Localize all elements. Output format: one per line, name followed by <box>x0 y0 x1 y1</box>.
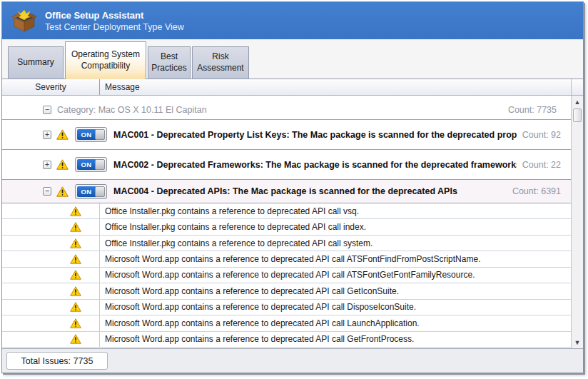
issue-row[interactable]: Office Installer.pkg contains a referenc… <box>2 236 571 251</box>
rule-row-mac004[interactable]: − ON MAC004 - Deprecated APIs: The Mac p… <box>2 180 571 203</box>
total-issues-badge: Total Issues: 7735 <box>6 352 108 370</box>
issue-row[interactable]: Microsoft Word.app contains a reference … <box>2 300 571 315</box>
rule-count: Count: 22 <box>517 160 561 170</box>
warning-icon <box>56 129 69 140</box>
app-header: Office Setup Assistant Test Center Deplo… <box>2 2 583 39</box>
warning-icon <box>70 334 81 344</box>
warning-icon <box>70 302 81 312</box>
toggle-on-label: ON <box>77 186 96 197</box>
tab-risk-assessment[interactable]: Risk Assessment <box>192 46 249 79</box>
app-subtitle: Test Center Deployment Type View <box>45 22 184 32</box>
toggle-on-label: ON <box>77 129 96 140</box>
toggle-knob <box>95 186 105 197</box>
column-header-message[interactable]: Message <box>100 79 571 95</box>
warning-icon <box>70 238 81 248</box>
rule-on-off-toggle[interactable]: ON <box>75 184 107 199</box>
tab-operating-system-compatibility[interactable]: Operating System Compatibility <box>65 41 146 79</box>
package-box-icon <box>11 8 38 34</box>
issue-message: Office Installer.pkg contains a referenc… <box>100 206 359 216</box>
tab-strip: Summary Operating System Compatibility B… <box>2 39 583 79</box>
rule-title: MAC001 - Deprecated Property List Keys: … <box>113 130 517 140</box>
category-collapse-button[interactable]: − <box>43 106 51 114</box>
scroll-up-button[interactable]: ▲ <box>572 96 583 108</box>
issue-message: Microsoft Word.app contains a reference … <box>100 254 480 264</box>
issue-message: Microsoft Word.app contains a reference … <box>100 286 399 296</box>
rule-collapse-button[interactable]: − <box>43 187 51 196</box>
issue-row[interactable]: Microsoft Word.app contains a reference … <box>2 251 571 267</box>
category-label: Category: Mac OS X 10.11 El Capitan <box>57 105 207 115</box>
category-count: Count: 7735 <box>502 105 557 115</box>
issue-row[interactable]: Office Installer.pkg contains a referenc… <box>2 203 571 219</box>
issue-row[interactable]: Office Installer.pkg contains a referenc… <box>2 219 571 235</box>
issue-message: Microsoft Word.app contains a reference … <box>100 334 414 344</box>
warning-icon <box>70 270 81 280</box>
grid-column-headers: Severity Message <box>2 79 583 96</box>
issue-message: Microsoft Word.app contains a reference … <box>100 318 420 328</box>
rule-count: Count: 6391 <box>507 186 561 196</box>
toggle-on-label: ON <box>77 159 96 170</box>
toggle-knob <box>95 129 105 140</box>
issue-message: Office Installer.pkg contains a referenc… <box>100 238 372 248</box>
status-bar: Total Issues: 7735 <box>2 348 583 373</box>
issue-message: Office Installer.pkg contains a referenc… <box>100 222 366 232</box>
issue-message: Microsoft Word.app contains a reference … <box>100 270 475 280</box>
warning-icon <box>56 159 69 170</box>
rule-title: MAC002 - Deprecated Frameworks: The Mac … <box>113 160 517 170</box>
warning-icon <box>70 222 81 232</box>
scroll-down-button[interactable]: ▼ <box>572 336 583 348</box>
category-row[interactable]: − Category: Mac OS X 10.11 El Capitan Co… <box>2 96 571 120</box>
issue-row[interactable]: Microsoft Word.app contains a reference … <box>2 283 571 299</box>
tab-summary[interactable]: Summary <box>8 46 64 79</box>
warning-icon <box>70 286 81 296</box>
warning-icon <box>70 206 81 216</box>
rule-title: MAC004 - Deprecated APIs: The Mac packag… <box>113 186 457 196</box>
issue-row[interactable]: Microsoft Word.app contains a reference … <box>2 268 571 283</box>
warning-icon <box>70 318 81 328</box>
scrollbar-track[interactable] <box>572 123 583 336</box>
issue-message: Microsoft Word.app contains a reference … <box>100 302 416 312</box>
results-grid: − Category: Mac OS X 10.11 El Capitan Co… <box>2 96 583 348</box>
rule-row-mac002[interactable]: + ON MAC002 - Deprecated Frameworks: The… <box>2 150 571 180</box>
rule-row-mac001[interactable]: + ON MAC001 - Deprecated Property List K… <box>2 120 571 150</box>
rule-on-off-toggle[interactable]: ON <box>75 127 107 142</box>
vertical-scrollbar[interactable]: ▲ ▼ <box>571 96 583 348</box>
issue-row[interactable]: Microsoft Word.app contains a reference … <box>2 332 571 348</box>
rule-on-off-toggle[interactable]: ON <box>75 157 107 172</box>
issue-row[interactable]: Microsoft Word.app contains a reference … <box>2 315 571 331</box>
tab-best-practices[interactable]: Best Practices <box>148 46 191 79</box>
warning-icon <box>56 186 69 197</box>
toggle-knob <box>95 159 105 170</box>
scrollbar-thumb[interactable] <box>573 108 582 122</box>
rule-expand-button[interactable]: + <box>43 161 51 169</box>
app-window: Office Setup Assistant Test Center Deplo… <box>1 1 584 373</box>
rule-count: Count: 92 <box>517 130 561 140</box>
column-header-corner <box>571 79 583 95</box>
column-header-severity[interactable]: Severity <box>2 79 100 95</box>
rule-expand-button[interactable]: + <box>43 131 51 139</box>
warning-icon <box>70 254 81 264</box>
app-title: Office Setup Assistant <box>45 10 184 21</box>
